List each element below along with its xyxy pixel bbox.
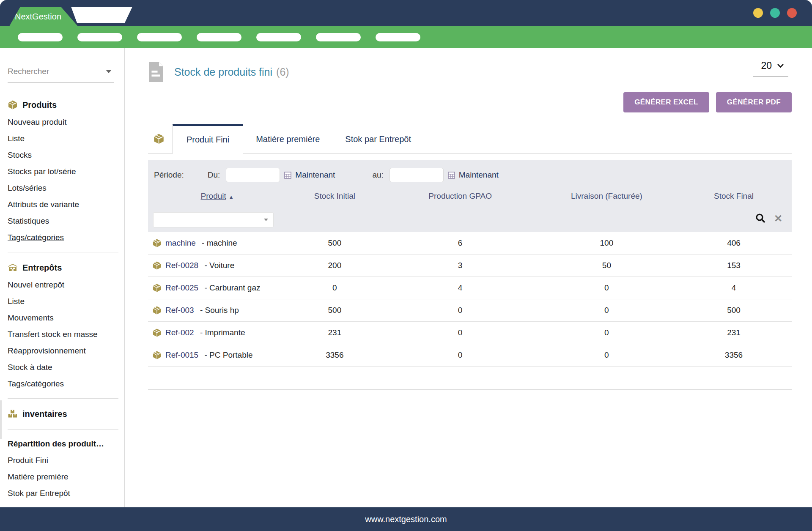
search-input[interactable]: Rechercher bbox=[8, 67, 114, 83]
nav-pill-2[interactable] bbox=[77, 33, 122, 41]
to-date-input[interactable] bbox=[390, 168, 444, 182]
box-icon bbox=[152, 350, 162, 360]
product-cell: Ref-0015 - PC Portable bbox=[148, 350, 286, 360]
product-cell: Ref-0028 - Voiture bbox=[148, 261, 286, 270]
value-cell: 153 bbox=[676, 261, 792, 270]
value-cell: 4 bbox=[383, 283, 538, 293]
value-cell: 0 bbox=[383, 350, 538, 360]
value-cell: 0 bbox=[538, 306, 676, 315]
sidebar-section-label: Entrepôts bbox=[22, 263, 62, 273]
tab-stok-par-entrep-t[interactable]: Stok par Entrepôt bbox=[332, 125, 424, 153]
nav-pill-4[interactable] bbox=[197, 33, 241, 41]
value-cell: 0 bbox=[538, 328, 676, 337]
table-filter-row: ✕ bbox=[148, 208, 792, 232]
value-cell: 100 bbox=[538, 238, 676, 248]
table-row: Ref-002 - Imprimante23100231 bbox=[148, 322, 792, 344]
minimize-button[interactable] bbox=[753, 8, 763, 18]
sidebar-item[interactable]: Statistiques bbox=[8, 217, 124, 225]
calendar-icon[interactable] bbox=[284, 172, 291, 179]
product-link[interactable]: Ref-0015 bbox=[165, 350, 198, 360]
column-header-label: Livraison (Facturée) bbox=[571, 192, 642, 200]
value-cell: 3 bbox=[383, 261, 538, 270]
value-cell: 6 bbox=[383, 238, 538, 248]
clear-filter-icon[interactable]: ✕ bbox=[774, 213, 782, 224]
column-header-label: Produit bbox=[201, 192, 226, 200]
sidebar-item[interactable]: Matière première bbox=[8, 473, 124, 481]
sidebar-item[interactable]: Nouveau produit bbox=[8, 118, 124, 126]
nav-pill-7[interactable] bbox=[376, 33, 420, 41]
generate-excel-button[interactable]: GÉNÉRER EXCEL bbox=[623, 92, 709, 112]
footer: www.nextgestion.com bbox=[0, 507, 812, 531]
product-name: - PC Portable bbox=[202, 350, 252, 360]
sidebar-item[interactable]: Liste bbox=[8, 297, 124, 306]
sidebar-item[interactable]: Réapprovisionnement bbox=[8, 347, 124, 355]
nav-pill-5[interactable] bbox=[256, 33, 301, 41]
tab-mati-re-premi-re[interactable]: Matière première bbox=[243, 125, 332, 153]
value-cell: 500 bbox=[286, 306, 383, 315]
product-name: - machine bbox=[200, 238, 237, 248]
close-button[interactable] bbox=[787, 8, 797, 18]
sidebar-item[interactable]: Stok par Entrepôt bbox=[8, 489, 124, 498]
sidebar-item[interactable]: Répartition des produit… bbox=[8, 440, 124, 448]
sidebar-item[interactable]: Lots/séries bbox=[8, 184, 124, 192]
sidebar-section-title[interactable]: inventaires bbox=[8, 409, 124, 419]
nav-pill-3[interactable] bbox=[137, 33, 182, 41]
page-size-select[interactable]: 20 bbox=[753, 58, 788, 77]
sidebar-item[interactable]: Stock à date bbox=[8, 363, 124, 372]
value-cell: 231 bbox=[286, 328, 383, 337]
column-header[interactable]: Livraison (Facturée) bbox=[538, 192, 676, 201]
nav-pill-1[interactable] bbox=[18, 33, 63, 41]
sidebar-section-title[interactable]: Entrepôts bbox=[8, 263, 124, 273]
column-header[interactable]: Production GPAO bbox=[383, 192, 538, 201]
divider bbox=[8, 429, 118, 430]
table-footer-spacer bbox=[148, 367, 792, 390]
sidebar-item[interactable]: Nouvel entrepôt bbox=[8, 281, 124, 289]
product-link[interactable]: Ref-0025 bbox=[165, 283, 198, 293]
now-link-to[interactable]: Maintenant bbox=[459, 170, 499, 180]
table-row: Ref-0015 - PC Portable3356003356 bbox=[148, 344, 792, 367]
sidebar-item[interactable]: Stocks bbox=[8, 151, 124, 159]
sidebar-item[interactable]: Produit Fini bbox=[8, 456, 124, 465]
product-link[interactable]: machine bbox=[165, 238, 196, 248]
column-header[interactable]: Produit▲ bbox=[148, 192, 286, 201]
search-icon[interactable] bbox=[755, 213, 766, 224]
chevron-down-icon bbox=[106, 70, 112, 73]
sidebar-item[interactable]: Liste bbox=[8, 134, 124, 143]
box-icon bbox=[8, 100, 18, 110]
top-nav bbox=[0, 26, 812, 48]
sidebar-item[interactable]: Tags/catégories bbox=[8, 233, 124, 242]
maximize-button[interactable] bbox=[770, 8, 780, 18]
value-cell: 3356 bbox=[676, 350, 792, 360]
document-icon bbox=[148, 62, 164, 82]
brand-label: NextGestion bbox=[15, 12, 61, 22]
generate-pdf-button[interactable]: GÉNÉRER PDF bbox=[716, 92, 792, 112]
sidebar-section-title[interactable]: Produits bbox=[8, 100, 124, 110]
chevron-down-icon bbox=[264, 219, 268, 221]
sidebar-section-label: inventaires bbox=[22, 409, 67, 419]
box-icon bbox=[152, 283, 162, 293]
from-date-input[interactable] bbox=[226, 168, 280, 182]
column-header[interactable]: Stock Initial bbox=[286, 192, 383, 201]
product-link[interactable]: Ref-002 bbox=[165, 328, 194, 337]
product-name: - Voiture bbox=[202, 261, 234, 270]
sidebar-item[interactable]: Tags/catégories bbox=[8, 380, 124, 388]
product-link[interactable]: Ref-003 bbox=[165, 306, 194, 315]
value-cell: 0 bbox=[383, 306, 538, 315]
value-cell: 0 bbox=[383, 328, 538, 337]
tab-produit-fini[interactable]: Produit Fini bbox=[173, 124, 243, 153]
now-link-from[interactable]: Maintenant bbox=[295, 170, 335, 180]
from-label: Du: bbox=[208, 170, 220, 180]
nav-pill-6[interactable] bbox=[316, 33, 361, 41]
value-cell: 0 bbox=[286, 283, 383, 293]
calendar-icon[interactable] bbox=[448, 172, 455, 179]
product-link[interactable]: Ref-0028 bbox=[165, 261, 198, 270]
sidebar-item[interactable]: Attributs de variante bbox=[8, 200, 124, 209]
column-header[interactable]: Stock Final bbox=[676, 192, 792, 201]
column-header-label: Stock Final bbox=[714, 192, 754, 200]
divider bbox=[8, 398, 118, 399]
sidebar-item[interactable]: Transfert stock en masse bbox=[8, 330, 124, 339]
sidebar-item[interactable]: Stocks par lot/série bbox=[8, 167, 124, 176]
product-filter-select[interactable] bbox=[153, 212, 274, 227]
sidebar-item[interactable]: Mouvements bbox=[8, 314, 124, 322]
scrollbar[interactable] bbox=[0, 400, 2, 439]
